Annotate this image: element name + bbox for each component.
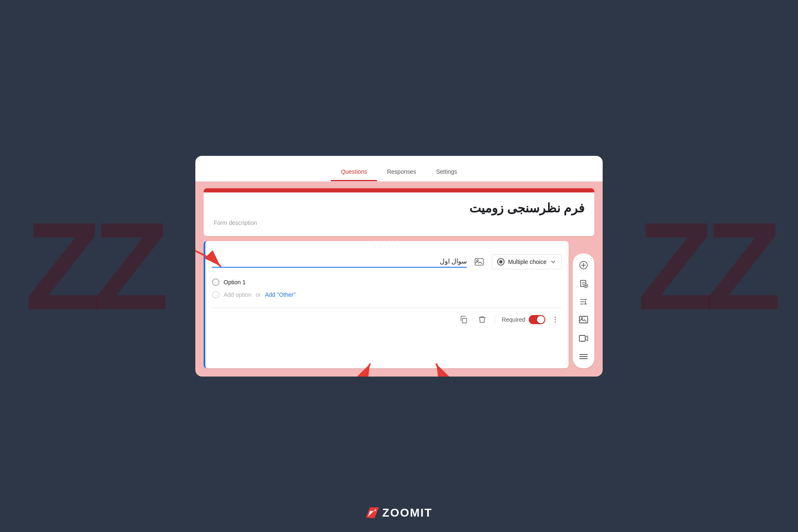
side-toolbar: [573, 254, 594, 368]
import-questions-button[interactable]: [575, 275, 592, 292]
card-footer: Required: [205, 308, 569, 331]
main-card: Questions Responses Settings فرم نظرسنجی…: [195, 156, 603, 377]
add-title-button[interactable]: [575, 293, 592, 310]
image-toolbar-icon: [579, 316, 588, 324]
more-options-button[interactable]: [549, 313, 562, 326]
question-input-area: [212, 256, 467, 268]
duplicate-button[interactable]: [456, 312, 471, 327]
bg-z-left: ZZ: [25, 204, 161, 328]
add-other-link[interactable]: Add "Other": [265, 291, 296, 298]
footer-divider: [495, 315, 495, 325]
more-vertical-icon: [551, 315, 559, 324]
add-option-or: or: [256, 291, 261, 298]
option-row: Option 1: [212, 276, 562, 288]
question-section: · · · · · · Multi: [204, 241, 594, 368]
card-header: Questions Responses Settings: [195, 156, 603, 182]
question-input[interactable]: [212, 256, 467, 268]
question-card: · · · · · · Multi: [204, 241, 569, 368]
drag-handle[interactable]: · · · · · ·: [205, 241, 569, 250]
add-option-text[interactable]: Add option: [224, 291, 251, 298]
form-description[interactable]: Form description: [214, 219, 584, 226]
add-question-button[interactable]: [575, 257, 592, 273]
section-icon: [579, 353, 588, 360]
required-label: Required: [502, 316, 525, 323]
form-title-content: فرم نظرسنجی زومیت Form description: [204, 192, 594, 236]
required-toggle[interactable]: [529, 315, 545, 324]
chevron-down-icon: [550, 259, 557, 265]
text-icon: [579, 297, 588, 306]
form-title: فرم نظرسنجی زومیت: [214, 201, 584, 215]
form-title-bar: [204, 188, 594, 192]
question-header: Multiple choice: [205, 250, 569, 273]
svg-point-3: [555, 316, 556, 318]
options-area: Option 1 Add option or Add "Other": [205, 273, 569, 308]
bg-z-right: ZZ: [637, 204, 773, 328]
add-option-row: Add option or Add "Other": [212, 288, 562, 301]
svg-point-4: [555, 319, 556, 320]
add-section-button[interactable]: [575, 348, 592, 365]
video-icon: [579, 335, 588, 342]
duplicate-icon: [460, 315, 468, 324]
svg-rect-11: [579, 335, 585, 341]
import-icon: [579, 279, 588, 288]
image-insert-button[interactable]: [472, 254, 487, 269]
form-title-card: فرم نظرسنجی زومیت Form description: [204, 188, 594, 236]
radio-circle: [212, 278, 219, 286]
zoomit-footer: ZOOMIT: [366, 506, 433, 520]
delete-button[interactable]: [475, 312, 490, 327]
add-circle-icon: [579, 261, 588, 270]
question-type-label: Multiple choice: [508, 259, 547, 265]
tab-divider: [195, 181, 603, 182]
option-1-label: Option 1: [224, 279, 246, 286]
zoomit-text: ZOOMIT: [382, 506, 433, 520]
zoomit-logo-icon: [366, 507, 379, 519]
tab-responses[interactable]: Responses: [377, 163, 426, 181]
add-option-circle: [212, 291, 219, 298]
tab-questions[interactable]: Questions: [331, 163, 377, 181]
add-image-button[interactable]: [575, 312, 592, 328]
question-type-dropdown[interactable]: Multiple choice: [492, 254, 562, 269]
add-video-button[interactable]: [575, 330, 592, 347]
tab-settings[interactable]: Settings: [426, 163, 467, 181]
multiple-choice-icon: [497, 258, 505, 266]
svg-point-5: [555, 321, 556, 323]
form-area: فرم نظرسنجی زومیت Form description · · ·…: [195, 182, 603, 377]
tabs: Questions Responses Settings: [323, 163, 475, 181]
svg-rect-2: [463, 318, 467, 323]
trash-icon: [478, 315, 486, 324]
